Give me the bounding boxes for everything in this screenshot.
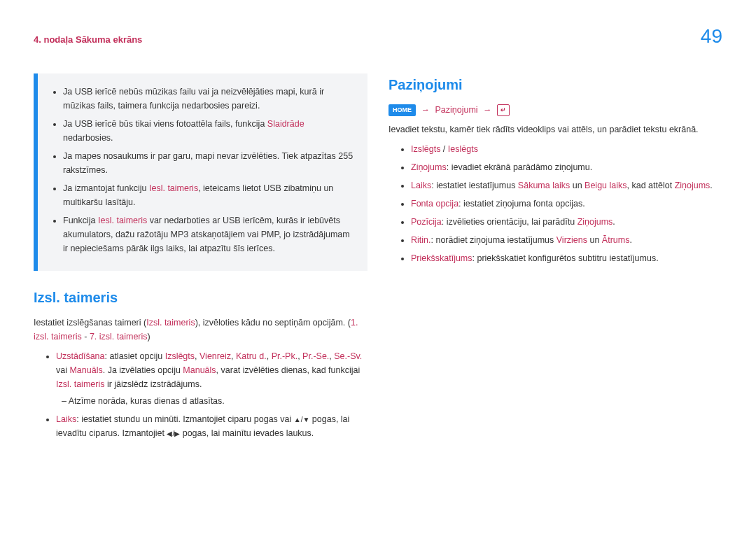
content-columns: Ja USB ierīcē nebūs mūzikas failu vai ja… [34, 73, 722, 444]
off-timer-intro: Iestatiet izslēgšanas taimeri (Izsl. tai… [34, 316, 368, 344]
enter-icon: ↵ [497, 104, 510, 115]
option-setup: Uzstādīšana: atlasiet opciju Izslēgts, V… [56, 349, 368, 408]
info-item: Ja izmantojat funkciju Iesl. taimeris, i… [63, 181, 354, 209]
breadcrumb: HOME → Paziņojumi → ↵ [388, 103, 722, 117]
breadcrumb-item: Paziņojumi [435, 105, 477, 115]
section-heading-ticker: Paziņojumi [388, 73, 722, 96]
info-list: Ja USB ierīcē nebūs mūzikas failu vai ja… [52, 85, 354, 255]
opt-message: Ziņojums: ievadiet ekrānā parādāmo ziņoj… [411, 160, 722, 174]
arrow-icon: → [418, 105, 433, 115]
left-right-icon: ◀/▶ [167, 430, 180, 437]
info-item: Ja USB ierīcē būs tikai viens fotoattēla… [63, 117, 354, 145]
info-item: Ja mapes nosaukums ir par garu, mapi nev… [63, 149, 354, 177]
page-number: 49 [701, 21, 722, 52]
info-box: Ja USB ierīcē nebūs mūzikas failu vai ja… [34, 73, 368, 271]
arrow-icon: → [480, 105, 495, 115]
info-item: Ja USB ierīcē nebūs mūzikas failu vai ja… [63, 85, 354, 113]
left-column: Ja USB ierīcē nebūs mūzikas failu vai ja… [34, 73, 368, 444]
opt-preview: Priekšskatījums: priekšskatiet konfigurē… [411, 251, 722, 265]
option-time: Laiks: iestatiet stundu un minūti. Izman… [56, 412, 368, 440]
opt-scroll: Ritin.: norādiet ziņojuma iestatījumus V… [411, 233, 722, 247]
section-heading-off-timer: Izsl. taimeris [34, 286, 368, 309]
ticker-options: Izslēgts / Ieslēgts Ziņojums: ievadiet e… [388, 142, 722, 265]
opt-off-on: Izslēgts / Ieslēgts [411, 142, 722, 156]
ticker-intro: Ievadiet tekstu, kamēr tiek rādīts video… [388, 122, 722, 136]
right-column: Paziņojumi HOME → Paziņojumi → ↵ Ievadie… [388, 73, 722, 444]
note-item: Atzīme norāda, kuras dienas d atlasītas. [62, 394, 368, 408]
home-icon: HOME [388, 104, 416, 115]
off-timer-options: Uzstādīšana: atlasiet opciju Izslēgts, V… [34, 349, 368, 440]
info-item: Funkcija Iesl. taimeris var nedarboties … [63, 213, 354, 255]
opt-time: Laiks: iestatiet iestatījumus Sākuma lai… [411, 178, 722, 192]
up-down-icon: ▲/▼ [294, 416, 310, 423]
page-header: 4. nodaļa Sākuma ekrāns 49 [34, 21, 722, 52]
chapter-label: 4. nodaļa Sākuma ekrāns [34, 33, 142, 48]
opt-position: Pozīcija: izvēlieties orientāciju, lai p… [411, 215, 722, 229]
option-setup-note: Atzīme norāda, kuras dienas d atlasītas. [56, 394, 368, 408]
opt-font: Fonta opcija: iestatiet ziņojuma fonta o… [411, 197, 722, 211]
